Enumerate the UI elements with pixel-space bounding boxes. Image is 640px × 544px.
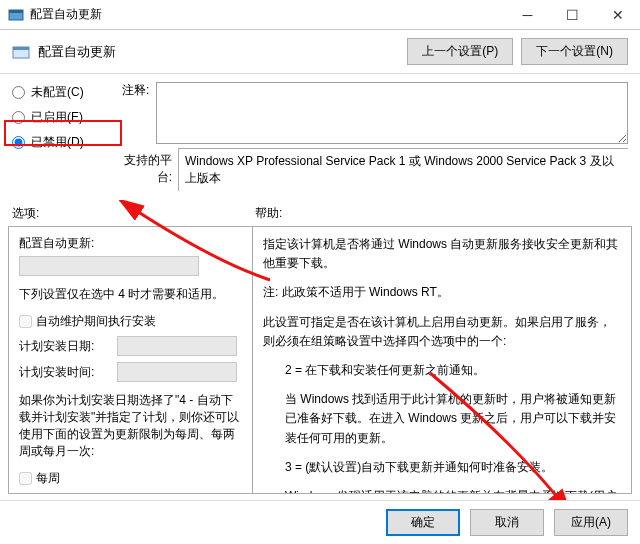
config-dropdown-label: 配置自动更新: bbox=[19, 235, 242, 252]
radio-disabled-label: 已禁用(D) bbox=[31, 134, 84, 151]
apply-button[interactable]: 应用(A) bbox=[554, 509, 628, 536]
config-panel: 未配置(C) 已启用(E) 已禁用(D) 注释: 支持的平台: Windows … bbox=[0, 74, 640, 191]
sched-time-label: 计划安装时间: bbox=[19, 364, 109, 381]
cb-auto-maintenance-label: 自动维护期间执行安装 bbox=[36, 313, 156, 330]
help-panel: 指定该计算机是否将通过 Windows 自动更新服务接收安全更新和其他重要下载。… bbox=[253, 227, 631, 493]
help-p1: 指定该计算机是否将通过 Windows 自动更新服务接收安全更新和其他重要下载。 bbox=[263, 235, 621, 273]
radio-enabled-input[interactable] bbox=[12, 111, 25, 124]
cb-auto-maintenance[interactable]: 自动维护期间执行安装 bbox=[19, 313, 242, 330]
radio-not-configured[interactable]: 未配置(C) bbox=[12, 84, 112, 101]
next-setting-button[interactable]: 下一个设置(N) bbox=[521, 38, 628, 65]
ok-button[interactable]: 确定 bbox=[386, 509, 460, 536]
help-p3: 此设置可指定是否在该计算机上启用自动更新。如果启用了服务，则必须在组策略设置中选… bbox=[263, 313, 621, 351]
options-note1: 下列设置仅在选中 4 时才需要和适用。 bbox=[19, 286, 242, 303]
help-p7: Windows 发现适用于该电脑的的更新并在背景中予以下载(用户不被通知或在此过… bbox=[263, 487, 621, 493]
options-panel: 配置自动更新: 下列设置仅在选中 4 时才需要和适用。 自动维护期间执行安装 计… bbox=[9, 227, 253, 493]
help-p6: 3 = (默认设置)自动下载更新并通知何时准备安装。 bbox=[263, 458, 621, 477]
platform-value: Windows XP Professional Service Pack 1 或… bbox=[178, 148, 628, 191]
cb-every-week-label: 每周 bbox=[36, 470, 60, 487]
comment-input[interactable] bbox=[156, 82, 628, 144]
section-labels: 选项: 帮助: bbox=[0, 191, 640, 226]
app-icon bbox=[8, 7, 24, 23]
prev-setting-button[interactable]: 上一个设置(P) bbox=[407, 38, 513, 65]
options-note2: 如果你为计划安装日期选择了"4 - 自动下载并计划安装"并指定了计划，则你还可以… bbox=[19, 392, 242, 460]
help-label: 帮助: bbox=[255, 205, 628, 222]
maximize-button[interactable]: ☐ bbox=[550, 0, 595, 30]
help-p5: 当 Windows 找到适用于此计算机的更新时，用户将被通知更新已准备好下载。在… bbox=[263, 390, 621, 448]
comment-label: 注释: bbox=[122, 82, 150, 144]
state-radio-group: 未配置(C) 已启用(E) 已禁用(D) bbox=[12, 82, 112, 191]
window-title: 配置自动更新 bbox=[30, 6, 505, 23]
help-p4: 2 = 在下载和安装任何更新之前通知。 bbox=[263, 361, 621, 380]
cancel-button[interactable]: 取消 bbox=[470, 509, 544, 536]
page-heading: 配置自动更新 bbox=[38, 43, 399, 61]
radio-disabled-input[interactable] bbox=[12, 136, 25, 149]
config-dropdown[interactable] bbox=[19, 256, 199, 276]
radio-disabled[interactable]: 已禁用(D) bbox=[12, 134, 112, 151]
cb-auto-maintenance-input[interactable] bbox=[19, 315, 32, 328]
cb-every-week-input[interactable] bbox=[19, 472, 32, 485]
help-p2: 注: 此政策不适用于 Windows RT。 bbox=[263, 283, 621, 302]
footer: 确定 取消 应用(A) bbox=[0, 500, 640, 544]
close-button[interactable]: ✕ bbox=[595, 0, 640, 30]
svg-rect-3 bbox=[13, 47, 29, 50]
cb-every-week[interactable]: 每周 bbox=[19, 470, 242, 487]
policy-icon bbox=[12, 43, 30, 61]
svg-rect-1 bbox=[9, 10, 23, 13]
header: 配置自动更新 上一个设置(P) 下一个设置(N) bbox=[0, 30, 640, 74]
bottom-area: 配置自动更新: 下列设置仅在选中 4 时才需要和适用。 自动维护期间执行安装 计… bbox=[8, 226, 632, 494]
radio-not-configured-input[interactable] bbox=[12, 86, 25, 99]
radio-not-configured-label: 未配置(C) bbox=[31, 84, 84, 101]
radio-enabled[interactable]: 已启用(E) bbox=[12, 109, 112, 126]
titlebar: 配置自动更新 ─ ☐ ✕ bbox=[0, 0, 640, 30]
platform-label: 支持的平台: bbox=[122, 148, 172, 186]
sched-day-label: 计划安装日期: bbox=[19, 338, 109, 355]
radio-enabled-label: 已启用(E) bbox=[31, 109, 83, 126]
comment-column: 注释: 支持的平台: Windows XP Professional Servi… bbox=[122, 82, 628, 191]
options-label: 选项: bbox=[12, 205, 255, 222]
sched-day-dropdown[interactable] bbox=[117, 336, 237, 356]
minimize-button[interactable]: ─ bbox=[505, 0, 550, 30]
sched-time-dropdown[interactable] bbox=[117, 362, 237, 382]
